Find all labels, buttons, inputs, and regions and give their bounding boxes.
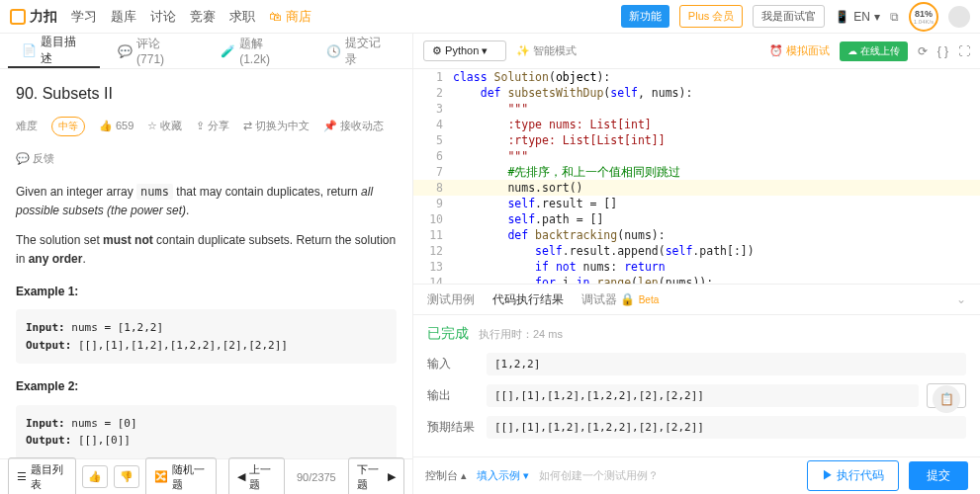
left-panel: 📄 题目描述 💬 评论 (771) 🧪 题解 (1.2k) 🕓 提交记录 90.… (0, 34, 413, 494)
problem-title: 90. Subsets II (16, 81, 397, 107)
share-button[interactable]: ⇪ 分享 (196, 118, 229, 135)
problem-tabs: 📄 题目描述 💬 评论 (771) 🧪 题解 (1.2k) 🕓 提交记录 (0, 34, 412, 69)
example-2-heading: Example 2: (16, 377, 397, 396)
left-footer: ☰ 题目列表 👍 👎 🔀 随机一题 ◀ 上一题 90/2375 下一题 ▶ (0, 458, 412, 494)
bottom-tabs: 测试用例 代码执行结果 调试器 🔒 Beta ⌄ (413, 284, 980, 315)
expected-value: [[],[1],[1,2],[1,2,2],[2],[2,2]] (487, 416, 966, 439)
notes-float-button[interactable]: 📋 (933, 385, 960, 413)
topbar: 力扣 学习 题库 讨论 竞赛 求职 🛍 商店 新功能 Plus 会员 我是面试官… (0, 0, 980, 34)
add-testcase-link[interactable]: 填入示例 ▾ (477, 468, 529, 483)
input-label: 输入 (427, 356, 487, 372)
tv-icon[interactable]: ⧉ (890, 10, 899, 24)
desc-paragraph-1: Given an integer array nums that may con… (16, 183, 397, 220)
test-area: 已完成 执行用时：24 ms 输入 [1,2,2] 输出 [[],[1],[1,… (413, 315, 980, 456)
plus-button[interactable]: Plus 会员 (679, 5, 743, 28)
desc-paragraph-2: The solution set must not contain duplic… (16, 231, 397, 269)
tab-description[interactable]: 📄 题目描述 (8, 34, 100, 68)
example-2-block: Input: nums = [0]Output: [[],[0]] (16, 405, 397, 459)
add-hint: 如何创建一个测试用例？ (539, 468, 659, 483)
auto-mode-toggle[interactable]: ✨ 智能模式 (516, 43, 577, 58)
likes[interactable]: 👍 659 (99, 118, 134, 135)
submit-button[interactable]: 提交 (909, 461, 968, 490)
page-count: 90/2375 (291, 471, 342, 483)
next-button[interactable]: 下一题 ▶ (348, 457, 404, 495)
runtime-text: 执行用时：24 ms (479, 327, 563, 342)
tab-solutions[interactable]: 🧪 题解 (1.2k) (207, 34, 309, 68)
tab-submissions[interactable]: 🕓 提交记录 (312, 34, 404, 68)
nav-contest[interactable]: 竞赛 (190, 8, 216, 26)
logo-icon (10, 9, 26, 25)
example-1-block: Input: nums = [1,2,2]Output: [[],[1],[1,… (16, 309, 397, 364)
avatar[interactable] (948, 6, 970, 28)
output-label: 输出 (427, 387, 487, 404)
right-footer: 控制台 ▴ 填入示例 ▾ 如何创建一个测试用例？ ▶ 执行代码 提交 (413, 456, 980, 494)
reset-icon[interactable]: ⟳ (918, 44, 928, 58)
tab-comments[interactable]: 💬 评论 (771) (104, 34, 203, 68)
right-panel: ⚙ Python ▾ ✨ 智能模式 ⏰ 模拟面试 ☁ 在线上传 ⟳ { } ⛶ … (413, 34, 980, 494)
tab-result[interactable]: 代码执行结果 (492, 291, 564, 308)
interviewer-button[interactable]: 我是面试官 (753, 5, 825, 28)
mock-interview-button[interactable]: ⏰ 模拟面试 (769, 43, 830, 58)
example-1-heading: Example 1: (16, 283, 397, 301)
nav-learn[interactable]: 学习 (71, 8, 97, 26)
nav-problems[interactable]: 题库 (111, 8, 136, 26)
logo[interactable]: 力扣 (10, 8, 57, 26)
favorite-button[interactable]: ☆ 收藏 (147, 118, 182, 135)
switch-lang[interactable]: ⇄ 切换为中文 (243, 118, 310, 135)
console-toggle[interactable]: 控制台 ▴ (425, 468, 467, 483)
run-button[interactable]: ▶ 执行代码 (807, 460, 899, 491)
logo-text: 力扣 (30, 8, 57, 26)
progress-ring[interactable]: 81% 1.04K/s (909, 2, 938, 32)
nav-discuss[interactable]: 讨论 (150, 8, 176, 26)
feedback-button[interactable]: 💬 反馈 (16, 150, 54, 168)
problem-meta: 难度 中等 👍 659 ☆ 收藏 ⇪ 分享 ⇄ 切换为中文 📌 接收动态 💬 反… (16, 117, 397, 168)
output-value: [[],[1],[1,2],[1,2,2],[2],[2,2]] (487, 384, 919, 407)
fullscreen-icon[interactable]: ⛶ (958, 44, 970, 58)
nav-store[interactable]: 🛍 商店 (269, 8, 312, 26)
collapse-icon[interactable]: ⌄ (956, 292, 966, 306)
expected-label: 预期结果 (427, 419, 487, 436)
random-button[interactable]: 🔀 随机一题 (145, 457, 217, 495)
tab-testcase[interactable]: 测试用例 (427, 291, 475, 308)
input-value: [1,2,2] (487, 353, 966, 375)
difficulty-badge: 中等 (51, 117, 85, 136)
receive-updates[interactable]: 📌 接收动态 (323, 118, 384, 135)
editor-bar: ⚙ Python ▾ ✨ 智能模式 ⏰ 模拟面试 ☁ 在线上传 ⟳ { } ⛶ (413, 34, 980, 69)
problem-list-button[interactable]: ☰ 题目列表 (8, 457, 76, 495)
like-footer-button[interactable]: 👍 (82, 465, 108, 488)
online-upload-button[interactable]: ☁ 在线上传 (840, 41, 908, 61)
problem-content: 90. Subsets II 难度 中等 👍 659 ☆ 收藏 ⇪ 分享 ⇄ 切… (0, 69, 412, 458)
tab-debugger[interactable]: 调试器 🔒 Beta (581, 291, 659, 308)
prev-button[interactable]: ◀ 上一题 (228, 457, 285, 495)
code-editor[interactable]: 1class Solution(object):2 def subsetsWit… (413, 69, 980, 284)
status-text: 已完成 (427, 325, 469, 343)
nav-jobs[interactable]: 求职 (229, 8, 255, 26)
new-feature-button[interactable]: 新功能 (621, 5, 669, 28)
language-select[interactable]: ⚙ Python ▾ (423, 41, 506, 61)
language-toggle[interactable]: 📱 EN ▾ (835, 10, 880, 24)
difficulty-label: 难度 (16, 118, 38, 135)
settings-icon[interactable]: { } (937, 44, 948, 58)
dislike-footer-button[interactable]: 👎 (114, 465, 139, 488)
